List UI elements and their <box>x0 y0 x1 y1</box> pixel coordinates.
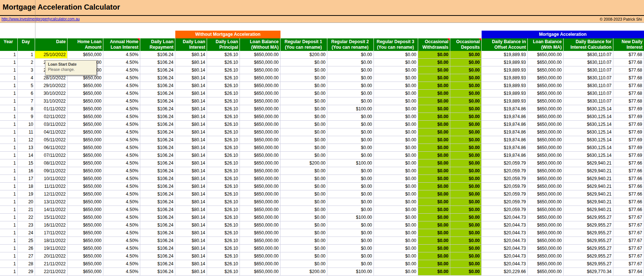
cell-occasional-withdrawals[interactable]: $0.00 <box>418 268 450 276</box>
cell-occasional-withdrawals[interactable]: $0.00 <box>418 152 450 159</box>
cell-home-loan-amount[interactable]: $650,000 <box>68 229 103 237</box>
cell-regular-deposit-2[interactable]: $100.00 <box>327 105 374 113</box>
cell-occasional-withdrawals[interactable]: $0.00 <box>418 175 450 183</box>
cell-regular-deposit-2[interactable]: $0.00 <box>327 245 374 252</box>
cell-daily-loan-interest[interactable]: $80.14 <box>175 128 207 136</box>
cell-occasional-withdrawals[interactable]: $0.00 <box>418 190 450 198</box>
cell-day[interactable]: 24 <box>18 229 35 237</box>
cell-year[interactable]: 1 <box>0 245 18 252</box>
cell-annual-home-loan-interest[interactable]: 4.50% <box>103 206 140 214</box>
cell-occasional-deposits[interactable]: $0.00 <box>450 144 482 152</box>
cell-daily-loan-principal[interactable]: $26.10 <box>207 152 240 159</box>
cell-home-loan-amount[interactable]: $650,000 <box>68 144 103 152</box>
cell-daily-loan-repayment[interactable]: $106.24 <box>140 82 175 90</box>
cell-regular-deposit-3[interactable]: $0.00 <box>374 159 418 167</box>
cell-daily-loan-interest[interactable]: $80.14 <box>175 229 207 237</box>
cell-year[interactable]: 1 <box>0 159 18 167</box>
cell-daily-loan-principal[interactable]: $26.10 <box>207 59 240 66</box>
cell-new-daily-interest[interactable]: $77.67 <box>613 214 644 221</box>
cell-new-daily-interest[interactable]: $77.69 <box>613 105 644 113</box>
cell-annual-home-loan-interest[interactable]: 4.50% <box>103 159 140 167</box>
cell-new-daily-interest[interactable]: $77.66 <box>613 183 644 190</box>
cell-loan-balance-without-ma[interactable]: $650,000.00 <box>240 198 280 206</box>
cell-daily-loan-principal[interactable]: $26.10 <box>207 175 240 183</box>
cell-loan-balance-with-ma[interactable]: $650,000.00 <box>528 175 564 183</box>
cell-new-daily-interest[interactable]: $77.68 <box>613 82 644 90</box>
cell-annual-home-loan-interest[interactable]: 4.50% <box>103 136 140 144</box>
cell-daily-balance-interest-calc[interactable]: $629,940.21 <box>564 190 613 198</box>
column-header-date[interactable]: Date <box>35 38 68 51</box>
column-header-daily-balance-interest-calc[interactable]: Daily Balance for Interest Calculation <box>564 38 613 51</box>
cell-day[interactable]: 18 <box>18 183 35 190</box>
cell-daily-balance-interest-calc[interactable]: $629,955.27 <box>564 237 613 245</box>
cell-regular-deposit-2[interactable]: $0.00 <box>327 183 374 190</box>
cell-home-loan-amount[interactable]: $650,000 <box>68 221 103 229</box>
cell-regular-deposit-1[interactable]: $0.00 <box>280 167 327 175</box>
cell-regular-deposit-1[interactable]: $0.00 <box>280 214 327 221</box>
cell-regular-deposit-2[interactable]: $0.00 <box>327 66 374 74</box>
cell-daily-loan-repayment[interactable]: $106.24 <box>140 260 175 268</box>
cell-day[interactable]: 25 <box>18 237 35 245</box>
cell-regular-deposit-1[interactable]: $0.00 <box>280 252 327 260</box>
cell-daily-loan-principal[interactable]: $26.10 <box>207 82 240 90</box>
cell-home-loan-amount[interactable]: $650,000 <box>68 206 103 214</box>
cell-daily-balance-offset[interactable]: $19,874.86 <box>482 128 528 136</box>
cell-home-loan-amount[interactable]: $650,000 <box>68 97 103 105</box>
cell-occasional-withdrawals[interactable]: $0.00 <box>418 144 450 152</box>
cell-new-daily-interest[interactable]: $77.68 <box>613 97 644 105</box>
cell-daily-loan-repayment[interactable]: $106.24 <box>140 175 175 183</box>
cell-home-loan-amount[interactable]: $650,000 <box>68 237 103 245</box>
cell-regular-deposit-2[interactable]: $0.00 <box>327 152 374 159</box>
cell-loan-balance-without-ma[interactable]: $650,000.00 <box>240 221 280 229</box>
cell-home-loan-amount[interactable]: $650,000 <box>68 90 103 97</box>
cell-year[interactable]: 1 <box>0 66 18 74</box>
cell-date[interactable]: 07/11/2022 <box>35 152 68 159</box>
cell-daily-loan-interest[interactable]: $80.14 <box>175 59 207 66</box>
cell-daily-loan-interest[interactable]: $80.14 <box>175 121 207 128</box>
column-header-daily-loan-principal[interactable]: Daily Loan Principal <box>207 38 240 51</box>
cell-new-daily-interest[interactable]: $77.69 <box>613 136 644 144</box>
cell-daily-balance-offset[interactable]: $19,874.86 <box>482 152 528 159</box>
cell-occasional-withdrawals[interactable]: $0.00 <box>418 136 450 144</box>
cell-occasional-deposits[interactable]: $0.00 <box>450 136 482 144</box>
cell-regular-deposit-3[interactable]: $0.00 <box>374 59 418 66</box>
cell-daily-balance-interest-calc[interactable]: $630,125.14 <box>564 128 613 136</box>
cell-date[interactable]: 22/11/2022 <box>35 268 68 276</box>
cell-daily-loan-repayment[interactable]: $106.24 <box>140 97 175 105</box>
cell-loan-balance-with-ma[interactable]: $650,000.00 <box>528 152 564 159</box>
cell-day[interactable]: 2 <box>18 59 35 66</box>
column-header-loan-balance-without-ma[interactable]: Loan Balance (Without MA) <box>240 38 280 51</box>
cell-year[interactable]: 1 <box>0 152 18 159</box>
cell-year[interactable]: 1 <box>0 198 18 206</box>
cell-loan-balance-without-ma[interactable]: $650,000.00 <box>240 152 280 159</box>
cell-loan-balance-without-ma[interactable]: $650,000.00 <box>240 105 280 113</box>
cell-occasional-withdrawals[interactable]: $0.00 <box>418 113 450 121</box>
cell-occasional-withdrawals[interactable]: $0.00 <box>418 159 450 167</box>
cell-daily-loan-interest[interactable]: $80.14 <box>175 105 207 113</box>
cell-new-daily-interest[interactable]: $77.67 <box>613 229 644 237</box>
cell-regular-deposit-3[interactable]: $0.00 <box>374 229 418 237</box>
cell-loan-balance-with-ma[interactable]: $650,000.00 <box>528 90 564 97</box>
cell-annual-home-loan-interest[interactable]: 4.50% <box>103 113 140 121</box>
cell-new-daily-interest[interactable]: $77.66 <box>613 167 644 175</box>
cell-loan-balance-without-ma[interactable]: $650,000.00 <box>240 206 280 214</box>
cell-daily-loan-interest[interactable]: $80.14 <box>175 245 207 252</box>
cell-year[interactable]: 1 <box>0 167 18 175</box>
cell-daily-balance-offset[interactable]: $19,889.93 <box>482 82 528 90</box>
cell-daily-loan-principal[interactable]: $26.10 <box>207 66 240 74</box>
cell-home-loan-amount[interactable]: $650,000 <box>68 214 103 221</box>
cell-daily-balance-interest-calc[interactable]: $630,125.14 <box>564 105 613 113</box>
cell-year[interactable]: 1 <box>0 190 18 198</box>
cell-regular-deposit-3[interactable]: $0.00 <box>374 167 418 175</box>
cell-loan-balance-with-ma[interactable]: $650,000.00 <box>528 128 564 136</box>
cell-annual-home-loan-interest[interactable]: 4.50% <box>103 221 140 229</box>
cell-daily-loan-repayment[interactable]: $106.24 <box>140 59 175 66</box>
cell-loan-balance-without-ma[interactable]: $650,000.00 <box>240 175 280 183</box>
cell-day[interactable]: 7 <box>18 97 35 105</box>
cell-occasional-withdrawals[interactable]: $0.00 <box>418 229 450 237</box>
cell-daily-balance-offset[interactable]: $20,044.73 <box>482 214 528 221</box>
cell-date[interactable]: 25/10/2022 <box>35 51 68 59</box>
cell-annual-home-loan-interest[interactable]: 4.50% <box>103 183 140 190</box>
cell-year[interactable]: 1 <box>0 221 18 229</box>
cell-daily-loan-repayment[interactable]: $106.24 <box>140 121 175 128</box>
